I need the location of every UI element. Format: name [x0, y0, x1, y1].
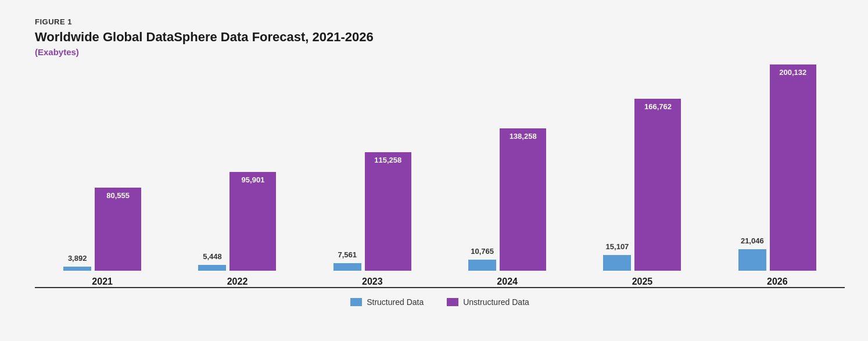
legend-color-structured-icon [350, 298, 362, 306]
year-label-2025: 2025 [632, 277, 653, 287]
bar-value-unstructured-2023: 115,258 [374, 156, 401, 164]
bar-group-2022: 5,44895,9012022 [170, 67, 304, 287]
chart-subtitle: (Exabytes) [35, 47, 845, 57]
year-label-2021: 2021 [92, 277, 113, 287]
bar-value-structured-2023: 7,561 [338, 250, 357, 259]
bar-value-unstructured-2022: 95,901 [242, 175, 265, 184]
chart-area: 3,89280,55520215,44895,90120227,561115,2… [35, 67, 845, 288]
bars-wrapper-2021: 3,89280,555 [63, 188, 141, 271]
year-label-2023: 2023 [362, 277, 383, 287]
legend-unstructured-label: Unstructured Data [463, 297, 529, 307]
bar-structured-2023: 7,561 [333, 263, 361, 271]
bar-value-unstructured-2025: 166,762 [644, 102, 672, 111]
legend-color-unstructured-icon [447, 298, 458, 306]
bar-value-unstructured-2021: 80,555 [106, 191, 130, 200]
bar-value-unstructured-2024: 138,258 [510, 132, 537, 141]
bar-value-structured-2026: 21,046 [741, 236, 764, 245]
bar-value-structured-2025: 15,107 [606, 242, 629, 251]
legend-unstructured: Unstructured Data [447, 297, 529, 307]
bars-wrapper-2024: 10,765138,258 [468, 128, 546, 271]
bars-wrapper-2023: 7,561115,258 [333, 152, 411, 271]
bar-structured-2021: 3,892 [63, 267, 91, 271]
year-label-2022: 2022 [227, 277, 248, 287]
legend: Structured Data Unstructured Data [35, 297, 845, 307]
chart-title: Worldwide Global DataSphere Data Forecas… [35, 30, 845, 45]
legend-structured-label: Structured Data [367, 297, 424, 307]
chart-container: FIGURE 1 Worldwide Global DataSphere Dat… [0, 0, 868, 341]
bar-group-2021: 3,89280,5552021 [35, 67, 170, 287]
bar-structured-2024: 10,765 [468, 260, 496, 271]
bars-wrapper-2022: 5,44895,901 [198, 172, 276, 271]
bar-structured-2025: 15,107 [603, 255, 631, 271]
bar-group-2024: 10,765138,2582024 [440, 67, 575, 287]
figure-label: FIGURE 1 [35, 17, 845, 26]
bar-structured-2026: 21,046 [738, 249, 766, 271]
bar-value-structured-2024: 10,765 [471, 247, 494, 256]
bar-value-structured-2021: 3,892 [68, 254, 87, 263]
legend-structured: Structured Data [350, 297, 424, 307]
year-label-2026: 2026 [767, 277, 788, 287]
bars-wrapper-2026: 21,046200,132 [738, 64, 816, 271]
bar-unstructured-2025: 166,762 [634, 99, 681, 271]
bar-unstructured-2022: 95,901 [229, 172, 276, 271]
bar-group-2026: 21,046200,1322026 [710, 67, 845, 287]
bars-wrapper-2025: 15,107166,762 [603, 99, 681, 271]
bar-value-structured-2022: 5,448 [203, 252, 222, 261]
bar-group-2023: 7,561115,2582023 [305, 67, 440, 287]
bar-value-unstructured-2026: 200,132 [779, 68, 806, 77]
year-label-2024: 2024 [497, 277, 518, 287]
bar-unstructured-2026: 200,132 [770, 64, 816, 271]
bar-structured-2022: 5,448 [198, 265, 226, 271]
bar-unstructured-2023: 115,258 [365, 152, 411, 271]
bar-group-2025: 15,107166,7622025 [575, 67, 709, 287]
bar-unstructured-2021: 80,555 [95, 188, 141, 271]
bar-unstructured-2024: 138,258 [500, 128, 546, 271]
